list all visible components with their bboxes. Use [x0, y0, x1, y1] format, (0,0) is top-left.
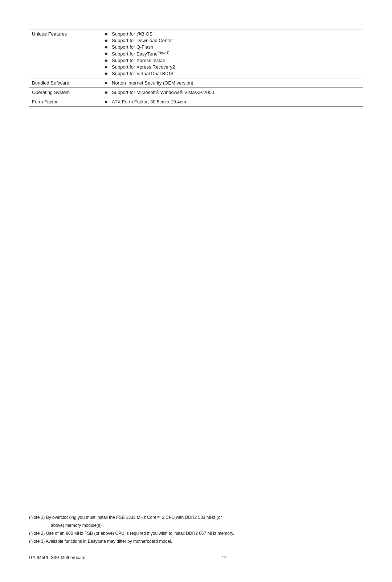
bullet-icon: ◆	[105, 38, 112, 43]
footer-center: - 12 -	[219, 555, 229, 560]
item-text: Support for Microsoft® Windows® Vista/XP…	[112, 90, 360, 95]
row-content-1: ◆Norton Internet Security (OEM version)	[102, 78, 363, 88]
row-label-2: Operating System	[29, 88, 102, 97]
item-text: Support for Download Center	[112, 38, 360, 43]
item-text: ATX Form Factor; 30.5cm x 19.4cm	[112, 99, 360, 104]
bullet-icon: ◆	[105, 32, 112, 36]
bullet-item: ◆Support for Virtual Dual BIOS	[105, 71, 360, 76]
row-content-3: ◆ATX Form Factor; 30.5cm x 19.4cm	[102, 97, 363, 107]
bullet-item: ◆Support for Q-Flash	[105, 44, 360, 50]
item-text: Support for Xpress Install	[112, 58, 360, 63]
footer-left: GA-945PL-S3G Motherboard	[29, 555, 85, 560]
row-label-0: Unique Features	[29, 29, 102, 78]
item-text: Norton Internet Security (OEM version)	[112, 80, 360, 86]
item-text: Support for Q-Flash	[112, 44, 360, 50]
bullet-icon: ◆	[105, 65, 112, 69]
bullet-icon: ◆	[105, 99, 112, 104]
footnote-0: (Note 1) By overclocking you must instal…	[29, 514, 363, 521]
bullet-icon: ◆	[105, 81, 112, 85]
bullet-item: ◆Support for Download Center	[105, 38, 360, 43]
bullet-icon: ◆	[105, 45, 112, 49]
bullet-item: ◆Support for Xpress Install	[105, 58, 360, 63]
item-text: Support for Virtual Dual BIOS	[112, 71, 360, 76]
footnotes-section: (Note 1) By overclocking you must instal…	[29, 514, 363, 545]
page-footer: GA-945PL-S3G Motherboard - 12 -	[29, 552, 363, 560]
bullet-icon: ◆	[105, 58, 112, 63]
row-content-2: ◆Support for Microsoft® Windows® Vista/X…	[102, 88, 363, 97]
bullet-item: ◆Support for @BIOS	[105, 31, 360, 37]
page-container: Unique Features◆Support for @BIOS◆Suppor…	[0, 0, 392, 582]
row-content-0: ◆Support for @BIOS◆Support for Download …	[102, 29, 363, 78]
item-text: Support for @BIOS	[112, 31, 360, 37]
bullet-icon: ◆	[105, 71, 112, 76]
bullet-icon: ◆	[105, 90, 112, 95]
specs-table: Unique Features◆Support for @BIOS◆Suppor…	[29, 29, 363, 107]
footer-area: (Note 1) By overclocking you must instal…	[29, 500, 363, 560]
row-label-3: Form Factor	[29, 97, 102, 107]
bullet-item: ◆Norton Internet Security (OEM version)	[105, 80, 360, 86]
bullet-item: ◆Support for Xpress Recovery2	[105, 64, 360, 70]
bullet-item: ◆Support for EasyTune(Note 3)	[105, 51, 360, 57]
footnote-1: above) memory module(s).	[29, 522, 363, 529]
bullet-icon: ◆	[105, 51, 112, 56]
item-text: Support for Xpress Recovery2	[112, 64, 360, 70]
bullet-item: ◆Support for Microsoft® Windows® Vista/X…	[105, 90, 360, 95]
footnote-2: (Note 2) Use of an 800 MHz FSB (or above…	[29, 530, 363, 537]
item-text: Support for EasyTune(Note 3)	[112, 51, 360, 57]
footnote-3: (Note 3) Available functions in Easytune…	[29, 538, 363, 545]
row-label-1: Bundled Software	[29, 78, 102, 88]
bullet-item: ◆ATX Form Factor; 30.5cm x 19.4cm	[105, 99, 360, 104]
